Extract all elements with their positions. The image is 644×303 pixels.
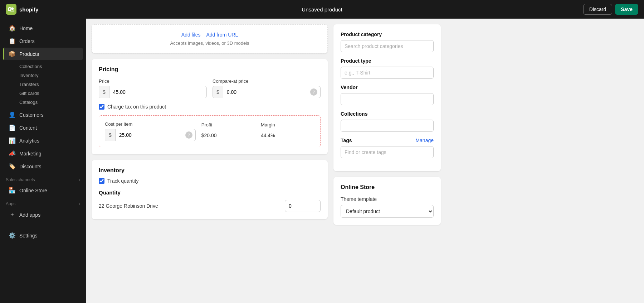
apps-label: Apps › [0, 197, 86, 208]
price-input-wrapper: $ [99, 86, 207, 98]
media-hint: Accepts images, videos, or 3D models [99, 40, 320, 46]
price-input[interactable] [109, 86, 206, 98]
sidebar-item-online-store[interactable]: 🏪 Online Store [3, 184, 83, 197]
analytics-icon: 📊 [9, 137, 16, 144]
sidebar-item-analytics[interactable]: 📊 Analytics [3, 134, 83, 147]
cost-field: Cost per item $ ? [105, 121, 196, 141]
cost-box: Cost per item $ ? Profit $20.00 [99, 115, 321, 147]
products-icon: 📦 [9, 50, 16, 57]
cost-label: Cost per item [105, 121, 196, 127]
home-icon: 🏠 [9, 25, 16, 32]
content-icon: 📄 [9, 124, 16, 131]
page-title: Unsaved product [302, 6, 342, 13]
sidebar-item-catalogs[interactable]: Catalogs [16, 98, 86, 107]
add-files-link[interactable]: Add files [181, 32, 201, 38]
pricing-title: Pricing [99, 66, 321, 73]
cost-input[interactable] [116, 129, 185, 141]
tags-label: Tags [341, 138, 352, 143]
price-label: Price [99, 78, 207, 84]
price-row: Price $ Compare-at price $ ? [99, 78, 321, 98]
discard-button[interactable]: Discard [583, 4, 612, 15]
tags-header: Tags Manage [341, 138, 434, 143]
margin-stat: Margin 44.4% [261, 121, 314, 141]
sidebar-item-discounts[interactable]: 🏷️ Discounts [3, 160, 83, 173]
product-type-label: Product type [341, 58, 434, 64]
vendor-input[interactable] [341, 93, 434, 105]
sidebar-item-orders[interactable]: 📋 Orders [3, 35, 83, 47]
charge-tax-checkbox[interactable] [99, 104, 104, 110]
online-store-icon: 🏪 [9, 187, 16, 194]
topbar: 🛍 shopify Unsaved product Discard Save [0, 0, 644, 19]
media-upload-card: Add files Add from URL Accepts images, v… [92, 24, 328, 53]
cost-prefix: $ [105, 129, 116, 141]
compare-label: Compare-at price [213, 78, 321, 84]
product-organization-card: Product category Product type Vendor Col… [333, 24, 441, 171]
customers-icon: 👤 [9, 111, 16, 118]
right-column: Product category Product type Vendor Col… [333, 24, 441, 297]
sidebar-item-label: Marketing [19, 151, 41, 157]
theme-template-select[interactable]: Default product Custom template [341, 205, 434, 218]
sales-channels-label: Sales channels › [0, 173, 86, 184]
pricing-card: Pricing Price $ Compare-at price $ [92, 59, 328, 154]
add-from-url-link[interactable]: Add from URL [206, 32, 238, 38]
cost-help-icon[interactable]: ? [185, 131, 192, 139]
settings-icon: ⚙️ [9, 232, 16, 239]
sidebar-item-label: Customers [19, 112, 44, 118]
tags-input[interactable] [341, 146, 434, 158]
compare-help-icon[interactable]: ? [310, 88, 317, 96]
product-category-input[interactable] [341, 40, 434, 52]
sidebar-item-inventory[interactable]: Inventory [16, 71, 86, 80]
online-store-title: Online Store [341, 184, 434, 191]
sidebar-item-label: Discounts [19, 164, 41, 169]
cost-input-wrapper: $ ? [105, 129, 196, 141]
sidebar-item-customers[interactable]: 👤 Customers [3, 109, 83, 121]
topbar-actions: Discard Save [583, 4, 638, 15]
sidebar-item-content[interactable]: 📄 Content [3, 121, 83, 134]
manage-link[interactable]: Manage [415, 138, 434, 143]
chevron-right-icon: › [79, 202, 80, 206]
margin-label: Margin [261, 122, 314, 128]
sidebar-item-label: Products [19, 51, 39, 57]
compare-price-field: Compare-at price $ ? [213, 78, 321, 98]
collections-input[interactable] [341, 120, 434, 132]
sidebar-item-label: Content [19, 125, 37, 131]
sidebar-item-collections[interactable]: Collections [16, 62, 86, 71]
track-quantity-row: Track quantity [99, 178, 321, 184]
track-quantity-label: Track quantity [107, 178, 138, 184]
main-layout: 🏠 Home 📋 Orders 📦 Products Collections I… [0, 19, 644, 303]
profit-value: $20.00 [201, 130, 255, 141]
logo: 🛍 shopify [6, 4, 38, 15]
margin-value: 44.4% [261, 130, 314, 141]
product-type-input[interactable] [341, 67, 434, 79]
sidebar-item-label: Orders [19, 38, 35, 44]
vendor-label: Vendor [341, 85, 434, 90]
sidebar-item-settings[interactable]: ⚙️ Settings [3, 229, 83, 242]
sidebar-item-label: Add apps [19, 212, 40, 218]
sidebar-item-label: Analytics [19, 138, 39, 144]
sidebar-item-transfers[interactable]: Transfers [16, 80, 86, 89]
sidebar-item-products[interactable]: 📦 Products [3, 48, 83, 60]
logo-text: shopify [19, 6, 38, 13]
quantity-row: 22 George Robinson Drive [99, 200, 321, 212]
profit-stat: Profit $20.00 [201, 121, 255, 141]
charge-tax-label: Charge tax on this product [107, 104, 166, 110]
compare-input[interactable] [223, 86, 310, 98]
sidebar-item-add-apps[interactable]: ＋ Add apps [3, 208, 83, 221]
chevron-right-icon: › [79, 178, 80, 182]
shopify-bag-icon: 🛍 [6, 4, 16, 15]
product-category-label: Product category [341, 32, 434, 37]
sidebar-item-home[interactable]: 🏠 Home [3, 22, 83, 34]
sidebar-item-marketing[interactable]: 📣 Marketing [3, 147, 83, 160]
sidebar-item-label: Settings [19, 233, 38, 239]
price-field: Price $ [99, 78, 207, 98]
online-store-card: Online Store Theme template Default prod… [333, 177, 441, 225]
center-column: Add files Add from URL Accepts images, v… [92, 24, 328, 297]
collections-label: Collections [341, 111, 434, 117]
sidebar-item-gift-cards[interactable]: Gift cards [16, 89, 86, 98]
save-button[interactable]: Save [615, 4, 638, 15]
theme-template-label: Theme template [341, 196, 434, 202]
media-actions: Add files Add from URL [99, 32, 320, 38]
quantity-title: Quantity [99, 189, 321, 196]
quantity-input[interactable] [285, 200, 321, 212]
track-quantity-checkbox[interactable] [99, 178, 104, 184]
